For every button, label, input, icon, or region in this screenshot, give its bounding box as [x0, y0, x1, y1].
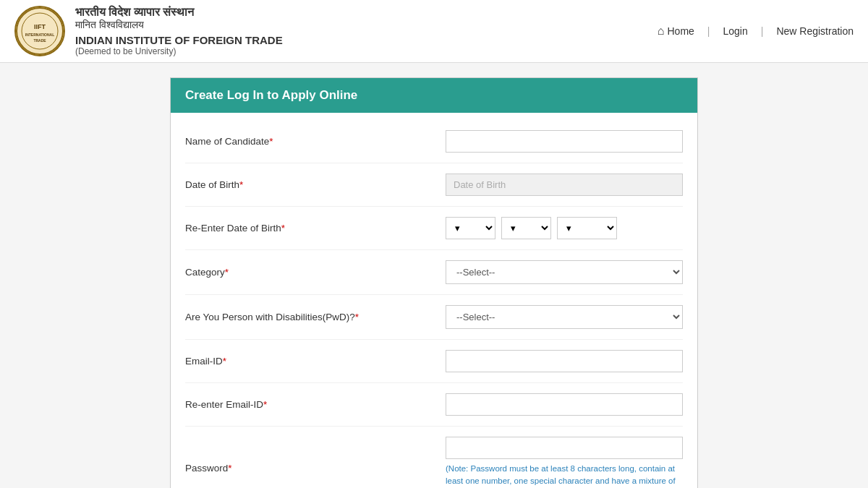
re-enter-email-row: Re-enter Email-ID* [185, 383, 683, 427]
logo-hindi-line1: भारतीय विदेश व्यापार संस्थान [75, 6, 283, 19]
home-icon: ⌂ [658, 25, 665, 38]
dob-dropdowns: ▾ 01020304050607080910111213141516171819… [446, 217, 683, 239]
svg-point-0 [17, 8, 63, 54]
pwd-control: --Select--YesNo [446, 305, 683, 329]
svg-text:INTERNATIONAL: INTERNATIONAL [25, 33, 54, 37]
password-note: (Note: Password must be at least 8 chara… [446, 463, 683, 488]
password-control: (Note: Password must be at least 8 chara… [446, 437, 683, 488]
required-marker-pass: * [228, 463, 231, 474]
nav-separator-2: | [761, 25, 764, 37]
svg-text:IIFT: IIFT [34, 23, 46, 30]
category-label: Category* [185, 267, 446, 278]
dob-row: Date of Birth* Date of Birth [185, 163, 683, 207]
logo-hindi-line2: मानित विश्वविद्यालय [75, 19, 283, 31]
new-registration-link[interactable]: New Registration [776, 25, 854, 37]
navbar: IIFT INTERNATIONAL TRADE भारतीय विदेश व्… [0, 0, 868, 63]
category-row: Category* --Select--GeneralOBCSCSTEWS [185, 250, 683, 295]
pwd-label: Are You Person with Disabilities(PwD)?* [185, 312, 446, 322]
required-marker-pwd: * [355, 312, 359, 322]
required-marker-reemail: * [263, 399, 267, 410]
logo-english-line2: (Deemed to be University) [75, 46, 283, 56]
required-marker-cat: * [225, 267, 229, 278]
password-input[interactable] [446, 437, 683, 459]
logo-text: भारतीय विदेश व्यापार संस्थान मानित विश्व… [75, 6, 283, 56]
form-header: Create Log In to Apply Online [171, 78, 697, 113]
dob-month-select[interactable]: ▾ 010203040506070809101112 [501, 217, 551, 239]
dob-year-select[interactable]: ▾ 19801981198219831984198519861987198819… [557, 217, 617, 239]
required-marker: * [269, 136, 273, 147]
category-control: --Select--GeneralOBCSCSTEWS [446, 260, 683, 284]
dob-label: Date of Birth* [185, 179, 446, 190]
logo-english-line1: INDIAN INSTITUTE OF FOREIGN TRADE [75, 34, 283, 46]
nav-separator-1: | [707, 25, 710, 37]
password-label: Password* [185, 463, 446, 474]
re-enter-email-input[interactable] [446, 393, 683, 416]
dob-day-select[interactable]: ▾ 01020304050607080910111213141516171819… [446, 217, 495, 239]
candidate-name-input[interactable] [446, 130, 683, 153]
email-row: Email-ID* [185, 340, 683, 383]
candidate-name-row: Name of Candidate* [185, 120, 683, 163]
candidate-name-control [446, 130, 683, 153]
form-card: Create Log In to Apply Online Name of Ca… [170, 77, 698, 488]
logo-image: IIFT INTERNATIONAL TRADE [14, 6, 65, 56]
re-enter-dob-row: Re-Enter Date of Birth* ▾ 01020304050607… [185, 207, 683, 250]
nav-links: ⌂ Home | Login | New Registration [658, 25, 854, 38]
home-link[interactable]: ⌂ Home [658, 25, 694, 38]
pwd-row: Are You Person with Disabilities(PwD)?* … [185, 295, 683, 340]
required-marker-dob: * [239, 179, 243, 190]
logo-area: IIFT INTERNATIONAL TRADE भारतीय विदेश व्… [14, 6, 658, 56]
login-link[interactable]: Login [723, 25, 747, 37]
category-select[interactable]: --Select--GeneralOBCSCSTEWS [446, 260, 683, 284]
required-marker-email: * [223, 356, 226, 367]
re-enter-dob-control: ▾ 01020304050607080910111213141516171819… [446, 217, 683, 239]
email-input[interactable] [446, 350, 683, 372]
svg-text:TRADE: TRADE [33, 38, 46, 43]
re-enter-email-control [446, 393, 683, 416]
re-enter-dob-label: Re-Enter Date of Birth* [185, 223, 446, 234]
pwd-select[interactable]: --Select--YesNo [446, 305, 683, 329]
dob-display-field[interactable]: Date of Birth [446, 174, 683, 196]
main-content: Create Log In to Apply Online Name of Ca… [0, 63, 868, 488]
email-control [446, 350, 683, 372]
dob-control: Date of Birth [446, 174, 683, 196]
form-body: Name of Candidate* Date of Birth* Date o… [171, 113, 697, 488]
home-label: Home [667, 25, 694, 37]
password-row: Password* (Note: Password must be at lea… [185, 427, 683, 488]
form-title: Create Log In to Apply Online [185, 88, 357, 102]
required-marker-redob: * [281, 223, 285, 234]
re-enter-email-label: Re-enter Email-ID* [185, 399, 446, 410]
candidate-name-label: Name of Candidate* [185, 136, 446, 147]
email-label: Email-ID* [185, 356, 446, 367]
